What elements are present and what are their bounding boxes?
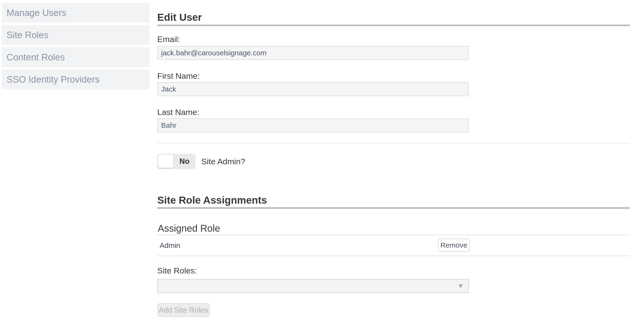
remove-button[interactable]: Remove bbox=[438, 239, 470, 252]
last-name-label: Last Name: bbox=[157, 108, 199, 117]
site-admin-label: Site Admin? bbox=[201, 157, 245, 166]
main-content: Edit User Email: First Name: Last Name: … bbox=[157, 0, 630, 330]
toggle-state-label: No bbox=[174, 154, 196, 169]
screen: Manage Users Site Roles Content Roles SS… bbox=[0, 0, 644, 330]
email-field[interactable] bbox=[157, 46, 469, 60]
first-name-field[interactable] bbox=[157, 82, 469, 96]
sidebar-item-content-roles[interactable]: Content Roles bbox=[2, 47, 150, 67]
heading-rule bbox=[157, 207, 630, 209]
sidebar-item-label: SSO Identity Providers bbox=[6, 74, 100, 85]
assigned-role-header: Assigned Role bbox=[158, 223, 220, 234]
sidebar-item-label: Site Roles bbox=[6, 30, 48, 40]
section-title-site-role-assignments: Site Role Assignments bbox=[157, 195, 267, 206]
sidebar-item-manage-users[interactable]: Manage Users bbox=[2, 3, 150, 23]
site-roles-label: Site Roles: bbox=[157, 266, 197, 275]
row-divider bbox=[157, 234, 630, 235]
toggle-knob-icon bbox=[158, 154, 174, 168]
add-site-roles-button[interactable]: Add Site Roles bbox=[157, 303, 210, 317]
section-divider bbox=[157, 143, 630, 144]
role-name: Admin bbox=[160, 241, 180, 249]
last-name-field[interactable] bbox=[157, 118, 469, 132]
page-title: Edit User bbox=[157, 12, 202, 23]
email-label: Email: bbox=[157, 35, 180, 44]
sidebar-item-label: Manage Users bbox=[6, 8, 66, 18]
sidebar-nav: Manage Users Site Roles Content Roles SS… bbox=[2, 3, 150, 92]
site-admin-toggle[interactable]: No bbox=[157, 154, 196, 169]
row-divider bbox=[157, 255, 630, 256]
sidebar-item-label: Content Roles bbox=[6, 52, 65, 63]
dropdown-arrow-icon: ▼ bbox=[457, 283, 468, 289]
first-name-label: First Name: bbox=[157, 71, 200, 80]
sidebar-item-sso-identity-providers[interactable]: SSO Identity Providers bbox=[2, 70, 150, 89]
heading-rule bbox=[157, 25, 630, 26]
site-roles-select[interactable]: ▼ bbox=[157, 279, 469, 293]
sidebar-item-site-roles[interactable]: Site Roles bbox=[2, 25, 150, 45]
